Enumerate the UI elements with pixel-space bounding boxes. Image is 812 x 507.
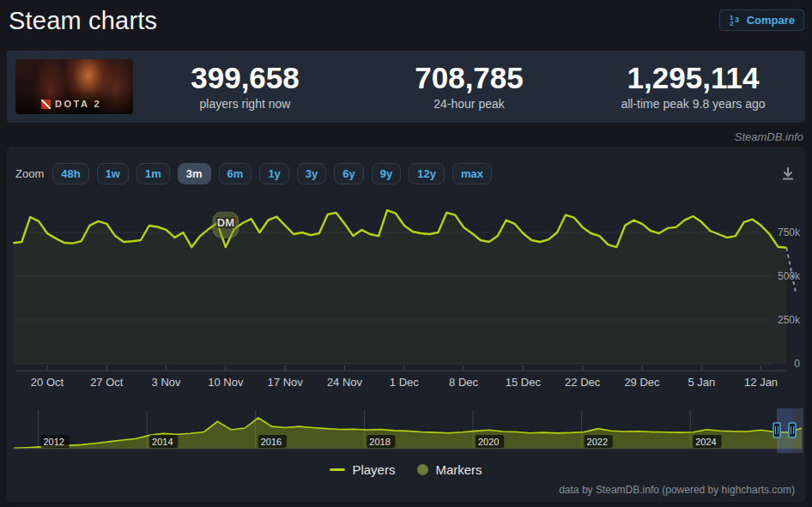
zoom-button-9y[interactable]: 9y: [372, 163, 401, 184]
y-axis-label-0: 0: [794, 358, 800, 370]
navigator-chart[interactable]: 2012201420162018202020222024: [7, 408, 805, 456]
compare-button-label: Compare: [747, 14, 795, 27]
chart-credits[interactable]: data by SteamDB.info (powered by highcha…: [559, 484, 795, 496]
zoom-button-1y[interactable]: 1y: [259, 163, 288, 184]
svg-text:2: 2: [730, 20, 734, 27]
y-axis-label-500k: 500k: [778, 270, 801, 282]
nav-year-label-2012: 2012: [43, 437, 64, 447]
zoom-button-6y[interactable]: 6y: [334, 163, 363, 184]
stat-value: 708,785: [357, 63, 581, 94]
x-axis-label-20-Oct: 20 Oct: [31, 376, 64, 389]
x-axis-label-29-Dec: 29 Dec: [624, 376, 660, 389]
flag-marker-DM[interactable]: DM: [213, 212, 239, 238]
chart-toolbar: Zoom 48h1w1m3m6m1y3y6y9y12ymax: [15, 160, 797, 186]
download-icon[interactable]: [779, 161, 797, 185]
stat-1: 708,785 24-hour peak: [357, 63, 581, 111]
page-title: Steam charts: [9, 7, 157, 35]
stat-value: 399,658: [133, 63, 357, 94]
x-axis-label-22-Dec: 22 Dec: [565, 376, 601, 389]
nav-handle-left[interactable]: [773, 423, 780, 438]
svg-text:3: 3: [735, 15, 739, 24]
chart-card: Zoom 48h1w1m3m6m1y3y6y9y12ymax 750k500k2…: [7, 147, 805, 502]
x-axis-label-27-Oct: 27 Oct: [90, 376, 124, 389]
x-axis-label-3-Nov: 3 Nov: [152, 376, 181, 389]
zoom-button-48h[interactable]: 48h: [52, 163, 88, 184]
x-axis-label-5-Jan: 5 Jan: [688, 376, 715, 389]
stat-value: 1,295,114: [581, 63, 805, 94]
zoom-button-1w[interactable]: 1w: [97, 163, 129, 184]
zoom-label: Zoom: [15, 167, 44, 180]
nav-year-label-2020: 2020: [478, 437, 499, 447]
dota2-logo-text: DOTA 2: [55, 99, 101, 109]
game-capsule-image[interactable]: DOTA 2: [15, 59, 133, 114]
stat-0: 399,658 players right now: [133, 63, 357, 111]
legend-swatch-circle: [417, 464, 428, 475]
zoom-button-1m[interactable]: 1m: [136, 163, 170, 184]
nav-handle-right[interactable]: [789, 423, 796, 438]
legend-item-markers[interactable]: Markers: [417, 462, 482, 477]
legend-label: Players: [352, 462, 395, 477]
dota2-logo: DOTA 2: [41, 99, 101, 109]
main-chart[interactable]: 750k500k250k020 Oct27 Oct3 Nov10 Nov17 N…: [7, 194, 805, 403]
y-axis-label-750k: 750k: [778, 226, 801, 238]
x-axis-label-8-Dec: 8 Dec: [449, 376, 478, 389]
x-axis-label-1-Dec: 1 Dec: [390, 376, 419, 389]
zoom-button-3m[interactable]: 3m: [178, 163, 211, 184]
legend-swatch-line: [330, 468, 345, 471]
zoom-button-6m[interactable]: 6m: [219, 163, 252, 184]
zoom-button-max[interactable]: max: [452, 163, 492, 184]
chart-legend: PlayersMarkers: [7, 462, 805, 477]
x-axis-label-12-Jan: 12 Jan: [744, 376, 778, 389]
zoom-button-12y[interactable]: 12y: [409, 163, 445, 184]
zoom-buttons: 48h1w1m3m6m1y3y6y9y12ymax: [52, 163, 492, 184]
nav-year-label-2016: 2016: [261, 437, 282, 447]
players-area-fill: [13, 210, 786, 364]
stat-2: 1,295,114 all-time peak 9.8 years ago: [581, 63, 805, 111]
nav-year-label-2022: 2022: [587, 437, 608, 447]
stat-label: all-time peak 9.8 years ago: [581, 97, 805, 111]
nav-year-label-2024: 2024: [695, 437, 716, 447]
svg-text:DM: DM: [217, 216, 234, 229]
dota2-logo-icon: [41, 100, 51, 109]
stat-label: 24-hour peak: [357, 97, 581, 111]
x-axis-label-24-Nov: 24 Nov: [327, 376, 363, 389]
steamdb-watermark: SteamDB.info: [735, 130, 803, 143]
x-axis-label-10-Nov: 10 Nov: [208, 376, 244, 389]
compare-button[interactable]: 1 2 3 Compare: [719, 9, 804, 31]
stats-row: 399,658 players right now708,785 24-hour…: [133, 63, 805, 111]
legend-label: Markers: [435, 462, 482, 477]
zoom-button-3y[interactable]: 3y: [297, 163, 326, 184]
legend-item-players[interactable]: Players: [330, 462, 395, 477]
x-axis-label-17-Nov: 17 Nov: [268, 376, 304, 389]
stats-card: DOTA 2 399,658 players right now708,785 …: [7, 51, 805, 123]
nav-area-fill: [14, 418, 802, 449]
nav-year-label-2014: 2014: [152, 437, 173, 447]
stat-label: players right now: [133, 97, 357, 111]
x-axis-label-15-Dec: 15 Dec: [506, 376, 542, 389]
nav-year-label-2018: 2018: [369, 437, 390, 447]
y-axis-label-250k: 250k: [778, 314, 801, 326]
compare-123-icon: 1 2 3: [729, 14, 742, 27]
